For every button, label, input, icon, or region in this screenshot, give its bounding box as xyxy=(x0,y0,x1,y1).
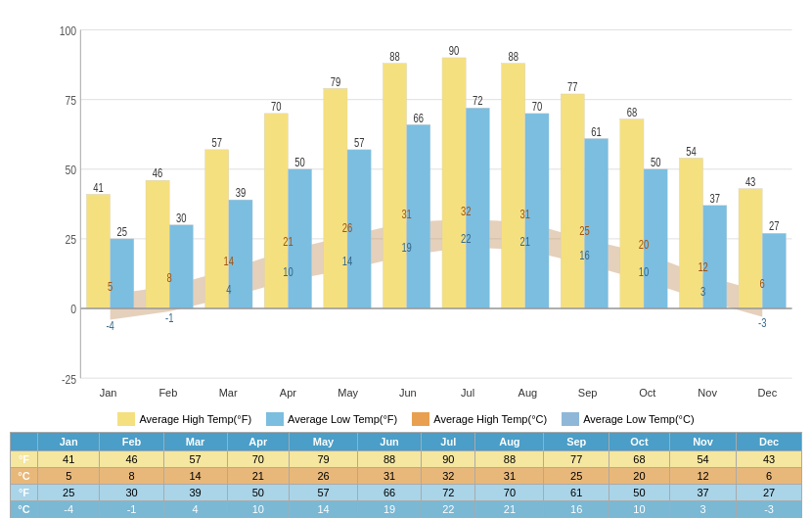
x-label-jan: Jan xyxy=(78,387,138,406)
svg-rect-34 xyxy=(739,189,762,308)
table-header-empty xyxy=(11,433,38,451)
table-cell-3-3: 10 xyxy=(227,501,289,518)
x-label-jun: Jun xyxy=(378,387,437,406)
svg-text:-4: -4 xyxy=(106,319,113,332)
table-cell-3-2: 4 xyxy=(163,501,227,518)
svg-rect-36 xyxy=(111,239,134,308)
svg-text:-3: -3 xyxy=(758,316,766,329)
svg-rect-18 xyxy=(264,114,288,308)
legend: Average High Temp(°F) Average Low Temp(°… xyxy=(10,406,802,432)
table-cell-0-8: 77 xyxy=(544,451,609,468)
svg-text:22: 22 xyxy=(461,232,471,245)
svg-text:21: 21 xyxy=(520,235,530,248)
x-label-nov: Nov xyxy=(678,387,738,406)
table-cell-3-11: -3 xyxy=(737,501,802,518)
x-label-sep: Sep xyxy=(558,387,617,406)
svg-text:46: 46 xyxy=(153,166,162,179)
table-cell-0-11: 43 xyxy=(737,451,802,468)
x-label-aug: Aug xyxy=(498,387,558,406)
svg-text:0: 0 xyxy=(70,302,76,317)
x-label-oct: Oct xyxy=(617,387,677,406)
x-axis-labels: Jan Feb Mar Apr May Jun Jul Aug Sep Oct … xyxy=(29,387,802,406)
svg-text:68: 68 xyxy=(627,106,637,118)
svg-text:16: 16 xyxy=(579,249,589,261)
x-label-jul: Jul xyxy=(438,387,498,406)
table-cell-0-5: 88 xyxy=(358,451,422,468)
svg-text:20: 20 xyxy=(639,238,649,251)
table-row-label-2: °F xyxy=(11,485,38,501)
svg-text:31: 31 xyxy=(520,207,530,219)
x-label-may: May xyxy=(318,387,378,406)
svg-rect-24 xyxy=(442,58,466,308)
svg-text:14: 14 xyxy=(224,255,234,267)
table-cell-0-2: 57 xyxy=(163,451,227,468)
svg-text:27: 27 xyxy=(769,219,779,232)
table-cell-1-10: 12 xyxy=(669,468,736,485)
svg-text:32: 32 xyxy=(461,205,471,217)
svg-text:70: 70 xyxy=(271,100,281,113)
svg-rect-14 xyxy=(146,180,169,308)
table-cell-2-3: 50 xyxy=(227,485,289,501)
table-header-apr: Apr xyxy=(227,433,289,451)
svg-text:-25: -25 xyxy=(62,371,76,385)
table-cell-1-1: 8 xyxy=(100,468,163,485)
svg-text:79: 79 xyxy=(331,74,340,87)
svg-text:50: 50 xyxy=(651,156,660,168)
svg-text:54: 54 xyxy=(686,144,696,157)
svg-rect-16 xyxy=(205,150,229,308)
svg-text:43: 43 xyxy=(745,175,755,188)
table-cell-1-7: 31 xyxy=(475,468,544,485)
svg-text:25: 25 xyxy=(66,232,77,248)
svg-rect-58 xyxy=(762,233,786,308)
table-cell-0-4: 79 xyxy=(290,451,358,468)
chart-svg: 1007550250-25414657707988908877685443253… xyxy=(29,10,802,385)
svg-text:75: 75 xyxy=(66,93,77,109)
table-cell-0-3: 70 xyxy=(227,451,289,468)
table-header-nov: Nov xyxy=(669,433,736,451)
x-label-dec: Dec xyxy=(738,387,797,406)
table-header-jun: Jun xyxy=(358,433,422,451)
main-container: 1007550250-25414657707988908877685443253… xyxy=(0,0,812,518)
table-header-jul: Jul xyxy=(422,433,475,451)
chart-area: 1007550250-25414657707988908877685443253… xyxy=(10,10,802,406)
svg-rect-38 xyxy=(169,225,193,308)
table-header-row: Jan Feb Mar Apr May Jun Jul Aug Sep Oct … xyxy=(11,433,802,451)
chart-inner: 1007550250-25414657707988908877685443253… xyxy=(29,10,802,406)
table-cell-1-5: 31 xyxy=(358,468,422,485)
svg-text:25: 25 xyxy=(579,224,589,237)
table-cell-1-3: 21 xyxy=(227,468,289,485)
svg-rect-22 xyxy=(383,64,406,308)
table-cell-3-8: 16 xyxy=(544,501,609,518)
legend-high-c-label: Average High Temp(°C) xyxy=(433,413,547,425)
table-header-feb: Feb xyxy=(100,433,163,451)
svg-text:4: 4 xyxy=(226,282,231,295)
table-header-jan: Jan xyxy=(38,433,100,451)
table-cell-2-6: 72 xyxy=(422,485,475,501)
svg-text:50: 50 xyxy=(294,156,304,168)
table-header-dec: Dec xyxy=(737,433,802,451)
table-cell-2-8: 61 xyxy=(544,485,609,501)
table-cell-3-1: -1 xyxy=(100,501,163,518)
table-row-3: °C-4-14101419222116103-3 xyxy=(11,501,802,518)
table-cell-2-9: 50 xyxy=(609,485,670,501)
legend-low-f-label: Average Low Temp(°F) xyxy=(288,413,397,425)
table-cell-3-9: 10 xyxy=(609,501,670,518)
svg-text:14: 14 xyxy=(342,255,352,267)
svg-text:5: 5 xyxy=(108,279,113,292)
table-cell-3-0: -4 xyxy=(38,501,100,518)
table-row-1: °C581421263132312520126 xyxy=(11,468,802,485)
table-cell-0-9: 68 xyxy=(609,451,670,468)
data-table: Jan Feb Mar Apr May Jun Jul Aug Sep Oct … xyxy=(10,432,802,518)
table-cell-1-4: 26 xyxy=(290,468,358,485)
svg-text:50: 50 xyxy=(66,163,77,178)
legend-low-f: Average Low Temp(°F) xyxy=(266,412,397,426)
table-cell-2-4: 57 xyxy=(290,485,358,501)
svg-text:10: 10 xyxy=(283,265,293,278)
legend-high-f: Average High Temp(°F) xyxy=(117,412,251,426)
legend-low-c: Average Low Temp(°C) xyxy=(562,412,694,426)
table-header-may: May xyxy=(290,433,358,451)
svg-text:66: 66 xyxy=(414,111,424,123)
table-cell-1-11: 6 xyxy=(737,468,802,485)
table-cell-3-10: 3 xyxy=(669,501,736,518)
svg-text:100: 100 xyxy=(60,24,77,39)
